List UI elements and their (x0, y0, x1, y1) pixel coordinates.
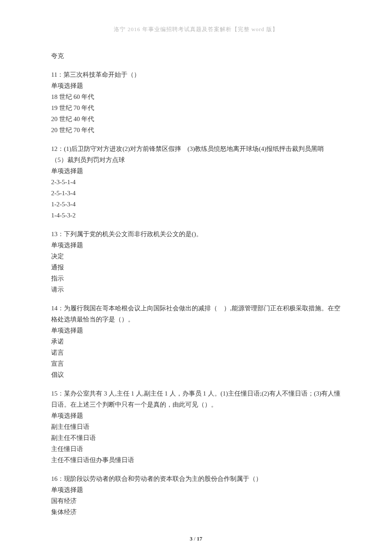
page-number-separator: / (193, 535, 197, 542)
question-option: 决定 (51, 251, 341, 262)
question-option: 18 世纪 60 年代 (51, 91, 341, 102)
question-block-16: 16：现阶段以劳动者的联合和劳动者的资本联合为主的股份合作制属于（） 单项选择题… (51, 473, 341, 517)
question-option: 请示 (51, 284, 341, 295)
question-option: 20 世纪 40 年代 (51, 113, 341, 124)
page-header: 洛宁 2016 年事业编招聘考试真题及答案解析【完整 word 版】 (51, 26, 341, 33)
page-number-total: 17 (197, 535, 202, 542)
question-option: 集体经济 (51, 506, 341, 517)
question-block-14: 14：为履行我国在哥本哈根会议上向国际社会做出的减排（ ）,能源管理部门正在积极… (51, 303, 341, 380)
fragment-text: 夸克 (51, 50, 341, 61)
question-prompt: 14：为履行我国在哥本哈根会议上向国际社会做出的减排（ ）,能源管理部门正在积极… (51, 303, 341, 325)
question-option: 2-5-1-3-4 (51, 188, 341, 199)
question-type-label: 单项选择题 (51, 165, 341, 176)
header-title: 洛宁 2016 年事业编招聘考试真题及答案解析【完整 word 版】 (114, 26, 278, 32)
leading-fragment: 夸克 (51, 50, 341, 61)
question-prompt: 13：下列属于党的机关公文而非行政机关公文的是()。 (51, 228, 341, 240)
question-type-label: 单项选择题 (51, 325, 341, 336)
question-option: 主任懂日语 (51, 443, 341, 454)
question-prompt: 15：某办公室共有 3 人,主任 1 人,副主任 1 人，办事员 1 人。(1)… (51, 388, 341, 410)
question-option: 19 世纪 70 年代 (51, 102, 341, 113)
page-footer: 3 / 17 (0, 535, 392, 542)
question-block-11: 11：第三次科技革命开始于（） 单项选择题 18 世纪 60 年代 19 世纪 … (51, 69, 341, 136)
question-type-label: 单项选择题 (51, 484, 341, 495)
question-option: 20 世纪 70 年代 (51, 124, 341, 136)
question-type-label: 单项选择题 (51, 80, 341, 91)
question-option: 承诺 (51, 336, 341, 347)
question-option: 宣言 (51, 358, 341, 369)
question-option: 指示 (51, 273, 341, 284)
question-option: 通报 (51, 262, 341, 273)
question-prompt: 11：第三次科技革命开始于（） (51, 69, 341, 80)
question-option: 国有经济 (51, 495, 341, 506)
question-option: 诺言 (51, 347, 341, 358)
question-block-12: 12：(1)后卫防守对方进攻(2)对方前锋禁区假摔 (3)教练员愤怒地离开球场(… (51, 143, 341, 221)
document-body: 夸克 11：第三次科技革命开始于（） 单项选择题 18 世纪 60 年代 19 … (51, 50, 341, 517)
question-type-label: 单项选择题 (51, 240, 341, 251)
question-option: 倡议 (51, 369, 341, 380)
question-option: 1-4-5-3-2 (51, 210, 341, 221)
question-option: 2-3-5-1-4 (51, 176, 341, 188)
question-option: 主任不懂日语但办事员懂日语 (51, 454, 341, 465)
question-prompt: 12：(1)后卫防守对方进攻(2)对方前锋禁区假摔 (3)教练员愤怒地离开球场(… (51, 143, 341, 165)
question-option: 副主任不懂日语 (51, 432, 341, 443)
question-block-15: 15：某办公室共有 3 人,主任 1 人,副主任 1 人，办事员 1 人。(1)… (51, 388, 341, 465)
question-block-13: 13：下列属于党的机关公文而非行政机关公文的是()。 单项选择题 决定 通报 指… (51, 228, 341, 295)
document-page: 洛宁 2016 年事业编招聘考试真题及答案解析【完整 word 版】 夸克 11… (0, 0, 392, 555)
question-type-label: 单项选择题 (51, 410, 341, 421)
question-option: 副主任懂日语 (51, 421, 341, 432)
question-option: 1-2-5-3-4 (51, 199, 341, 210)
question-prompt: 16：现阶段以劳动者的联合和劳动者的资本联合为主的股份合作制属于（） (51, 473, 341, 484)
